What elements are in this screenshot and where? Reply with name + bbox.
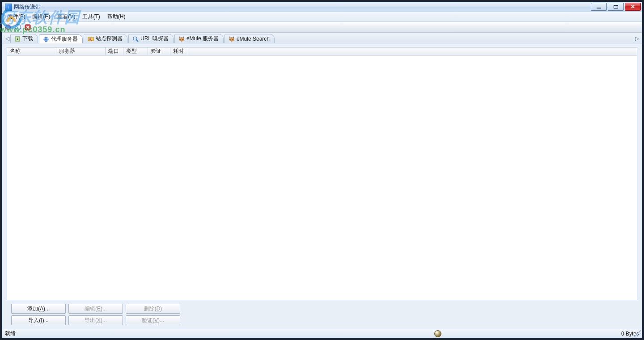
button-a[interactable]: 添加(A)...	[11, 304, 66, 314]
tabs-bar: ◁ 下载代理服务器站点探测器URL 嗅探器eMule 服务器eMule Sear…	[2, 33, 642, 43]
column-header[interactable]: 验证	[148, 47, 170, 55]
button-v: 验证(V)...	[126, 315, 180, 325]
column-header[interactable]: 服务器	[56, 47, 106, 55]
svg-line-9	[10, 25, 11, 26]
svg-line-7	[10, 29, 11, 30]
svg-point-19	[89, 38, 91, 40]
tool-bar	[2, 22, 642, 33]
download-icon	[14, 36, 21, 42]
column-header[interactable]: 耗时	[170, 47, 188, 55]
svg-point-21	[133, 37, 137, 40]
menu-e[interactable]: 编辑(E)	[29, 12, 54, 21]
column-header[interactable]: 端口	[106, 47, 123, 55]
menu-h[interactable]: 帮助(H)	[104, 12, 129, 21]
app-window: 网络传送带 ✕ 文件(F)编辑(E)查看(V)工具(T)帮助(H) ◁ 下载代理…	[2, 2, 642, 338]
svg-rect-12	[17, 27, 18, 29]
svg-line-6	[6, 25, 7, 26]
column-header[interactable]: 类型	[123, 47, 148, 55]
tab-4[interactable]: eMule 服务器	[174, 34, 224, 43]
settings-icon[interactable]	[4, 23, 12, 31]
table-header: 名称服务器端口类型验证耗时	[7, 47, 637, 55]
tab-5[interactable]: eMule Search	[225, 34, 275, 43]
button-row-1: 添加(A)...编辑(E)...删除(D)	[11, 304, 633, 314]
window-title: 网络传送带	[14, 3, 41, 11]
window-controls: ✕	[591, 3, 641, 11]
svg-line-22	[136, 40, 138, 42]
tab-3[interactable]: URL 嗅探器	[128, 34, 174, 43]
svg-point-11	[17, 26, 18, 26]
tab-label: eMule Search	[237, 36, 270, 42]
emule-search-icon	[229, 36, 235, 42]
tab-label: 站点探测器	[96, 35, 123, 42]
column-header[interactable]: 名称	[7, 47, 56, 55]
info-icon[interactable]	[14, 23, 22, 31]
svg-point-25	[182, 39, 183, 40]
status-bar: 就绪 0 Bytes	[2, 329, 642, 338]
app-icon	[5, 4, 12, 11]
button-row-2: 导入(I)...导出(X)...验证(V)...	[11, 315, 633, 325]
tab-label: 代理服务器	[51, 35, 78, 43]
svg-point-1	[8, 26, 9, 28]
tab-1[interactable]: 代理服务器	[39, 34, 83, 43]
resize-grip-icon[interactable]	[634, 330, 641, 337]
proxy-icon	[43, 36, 49, 42]
url-sniffer-icon	[132, 36, 139, 42]
menu-f[interactable]: 文件(F)	[4, 12, 29, 21]
menu-t[interactable]: 工具(T)	[79, 12, 103, 21]
menu-bar: 文件(F)编辑(E)查看(V)工具(T)帮助(H)	[2, 12, 642, 22]
emule-server-icon	[178, 36, 185, 42]
tab-scroll-right[interactable]: ▷	[634, 34, 640, 43]
button-d: 删除(D)	[126, 304, 180, 314]
button-x: 导出(X)...	[68, 315, 123, 325]
svg-point-28	[232, 39, 233, 40]
tab-label: eMule 服务器	[186, 35, 219, 42]
button-i[interactable]: 导入(I)...	[11, 315, 66, 325]
tab-2[interactable]: 站点探测器	[84, 34, 127, 43]
svg-point-24	[180, 39, 181, 40]
title-bar[interactable]: 网络传送带 ✕	[2, 2, 642, 12]
menu-v[interactable]: 查看(V)	[54, 12, 79, 21]
proxy-table: 名称服务器端口类型验证耗时	[7, 47, 637, 300]
maximize-button[interactable]	[608, 3, 624, 11]
tab-label: URL 嗅探器	[140, 35, 169, 42]
minimize-button[interactable]	[591, 3, 607, 11]
close-button[interactable]: ✕	[625, 3, 641, 11]
delete-icon[interactable]	[24, 23, 32, 31]
status-text: 就绪	[5, 330, 16, 337]
tab-0[interactable]: 下载	[10, 34, 38, 43]
button-e: 编辑(E)...	[68, 304, 123, 314]
tab-scroll-left[interactable]: ◁	[4, 34, 10, 43]
content-area: 名称服务器端口类型验证耗时 添加(A)...编辑(E)...删除(D) 导入(I…	[2, 43, 642, 329]
svg-point-27	[230, 39, 231, 40]
tab-label: 下载	[22, 35, 33, 42]
site-probe-icon	[88, 36, 94, 42]
status-orb-icon	[434, 330, 441, 337]
button-panel: 添加(A)...编辑(E)...删除(D) 导入(I)...导出(X)...验证…	[7, 300, 637, 329]
table-body[interactable]	[7, 55, 637, 300]
svg-line-8	[6, 29, 7, 30]
